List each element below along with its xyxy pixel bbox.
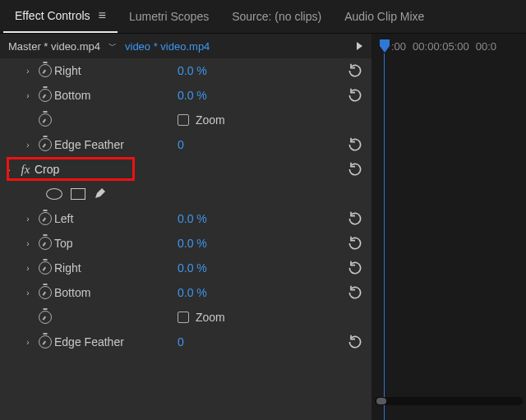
timeline-panel: :00 00:00:05:00 00:0: [371, 34, 526, 420]
mask-tools-row: [0, 182, 371, 206]
param-value[interactable]: 0.0 %: [178, 212, 339, 225]
timecode: 00:0: [476, 40, 496, 53]
param-row-left: › Left 0.0 %: [0, 206, 371, 231]
param-row-edge-feather: › Edge Feather 0: [0, 132, 371, 157]
properties-panel: › Right 0.0 % › Bottom 0.0 %: [0, 58, 371, 420]
chevron-right-icon[interactable]: ›: [20, 264, 36, 273]
param-label: Left: [54, 212, 178, 225]
playhead-icon[interactable]: [378, 39, 391, 53]
timeline-scrollbar[interactable]: [375, 397, 523, 405]
param-value[interactable]: 0: [178, 335, 339, 348]
stopwatch-icon[interactable]: [39, 311, 52, 324]
panel-tabs: Effect Controls ≡ Lumetri Scopes Source:…: [0, 0, 526, 33]
param-value[interactable]: 0.0 %: [178, 64, 339, 77]
sequence-clip-name[interactable]: video * video.mp4: [125, 40, 210, 53]
timecode: :00: [391, 40, 406, 53]
param-row-zoom: Zoom: [0, 108, 371, 132]
stopwatch-icon[interactable]: [39, 138, 52, 151]
chevron-down-icon[interactable]: ⌄: [0, 164, 16, 173]
chevron-right-icon[interactable]: ›: [20, 338, 36, 347]
main-content: Master * video.mp4 ﹀ video * video.mp4 ›…: [0, 34, 526, 420]
panel-menu-icon[interactable]: ≡: [99, 8, 106, 23]
param-value[interactable]: 0.0 %: [178, 237, 339, 250]
param-row-bottom: › Bottom 0.0 %: [0, 83, 371, 108]
effect-name: Crop: [35, 163, 158, 176]
param-row-right: › Right 0.0 %: [0, 58, 371, 83]
stopwatch-icon[interactable]: [39, 286, 52, 299]
reset-button[interactable]: [339, 87, 371, 104]
param-value[interactable]: 0: [178, 138, 339, 151]
checkbox-icon[interactable]: [178, 312, 189, 323]
master-clip-name[interactable]: Master * video.mp4: [8, 40, 100, 53]
chevron-right-icon[interactable]: ›: [20, 91, 36, 100]
reset-button[interactable]: [339, 210, 371, 227]
param-value[interactable]: 0.0 %: [178, 89, 339, 102]
tab-source[interactable]: Source: (no clips): [220, 2, 333, 31]
stopwatch-icon[interactable]: [39, 335, 52, 348]
stopwatch-icon[interactable]: [39, 261, 52, 275]
param-row-top: › Top 0.0 %: [0, 231, 371, 256]
chevron-right-icon[interactable]: ›: [20, 141, 36, 150]
pen-mask-icon[interactable]: [94, 187, 107, 202]
fx-icon[interactable]: fx: [21, 163, 30, 177]
param-label: Zoom: [196, 113, 225, 127]
reset-button[interactable]: [339, 235, 371, 252]
reset-button[interactable]: [339, 161, 371, 178]
param-label: Bottom: [54, 89, 178, 102]
chevron-right-icon[interactable]: ›: [20, 288, 36, 298]
play-icon[interactable]: [352, 39, 367, 53]
playhead-line[interactable]: [384, 53, 385, 420]
param-value[interactable]: 0.0 %: [178, 286, 339, 299]
reset-button[interactable]: [339, 334, 371, 350]
ellipse-mask-icon[interactable]: [46, 188, 62, 200]
reset-button[interactable]: [339, 284, 371, 301]
param-label: Bottom: [54, 286, 178, 299]
effect-controls-panel: Master * video.mp4 ﹀ video * video.mp4 ›…: [0, 34, 371, 420]
param-label: Top: [54, 237, 178, 250]
param-label: Edge Feather: [54, 335, 178, 348]
chevron-right-icon[interactable]: ›: [20, 215, 36, 224]
stopwatch-icon[interactable]: [39, 237, 52, 250]
param-label: Right: [54, 261, 178, 275]
tab-effect-controls[interactable]: Effect Controls ≡: [3, 0, 118, 33]
reset-button[interactable]: [339, 62, 371, 79]
tab-label: Effect Controls: [15, 9, 90, 22]
param-row-zoom: Zoom: [0, 305, 371, 330]
param-label: Right: [54, 64, 178, 77]
checkbox-icon[interactable]: [178, 114, 189, 126]
scrollbar-thumb[interactable]: [376, 398, 386, 404]
reset-button[interactable]: [339, 260, 371, 276]
param-label: Edge Feather: [54, 138, 178, 151]
param-row-bottom: › Bottom 0.0 %: [0, 280, 371, 305]
param-label: Zoom: [196, 311, 225, 324]
chevron-right-icon[interactable]: ›: [20, 239, 36, 248]
rectangle-mask-icon[interactable]: [71, 188, 85, 200]
source-bar: Master * video.mp4 ﹀ video * video.mp4: [0, 34, 371, 58]
timecode: 00:00:05:00: [413, 40, 469, 53]
param-row-right: › Right 0.0 %: [0, 256, 371, 280]
reset-button[interactable]: [339, 136, 371, 153]
chevron-right-icon[interactable]: ›: [20, 67, 36, 76]
stopwatch-icon[interactable]: [39, 64, 52, 77]
param-row-edge-feather: › Edge Feather 0: [0, 330, 371, 354]
effect-row-crop[interactable]: ⌄ fx Crop: [0, 157, 371, 182]
tab-audio-clip-mixer[interactable]: Audio Clip Mixe: [333, 2, 436, 31]
chevron-down-icon[interactable]: ﹀: [108, 40, 117, 52]
timeline-ruler[interactable]: :00 00:00:05:00 00:0: [371, 34, 526, 58]
zoom-checkbox-wrap[interactable]: Zoom: [178, 311, 339, 324]
stopwatch-icon[interactable]: [39, 113, 52, 127]
stopwatch-icon[interactable]: [39, 212, 52, 225]
tab-lumetri-scopes[interactable]: Lumetri Scopes: [118, 2, 220, 31]
param-value[interactable]: 0.0 %: [178, 261, 339, 275]
stopwatch-icon[interactable]: [39, 89, 52, 102]
zoom-checkbox-wrap[interactable]: Zoom: [178, 113, 339, 127]
